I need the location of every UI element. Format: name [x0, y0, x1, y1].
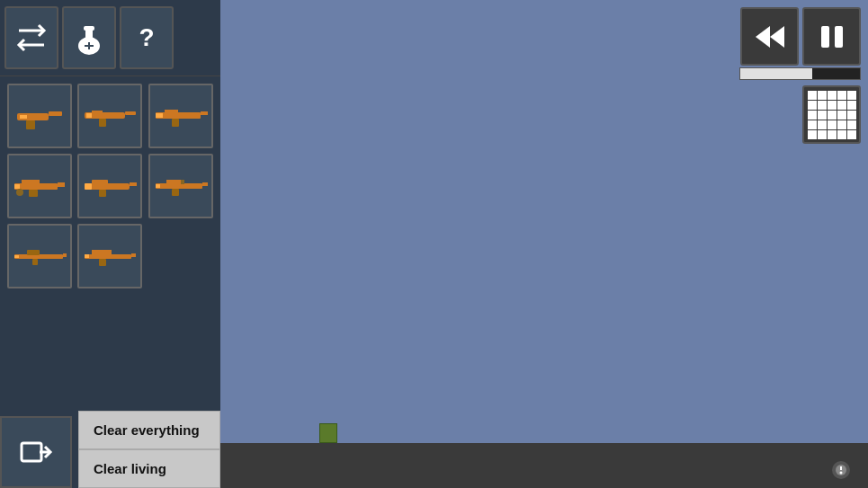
- pause-button[interactable]: [802, 7, 861, 66]
- svg-rect-23: [14, 184, 20, 189]
- svg-rect-1: [85, 30, 93, 39]
- svg-rect-41: [85, 254, 131, 259]
- swap-button[interactable]: [4, 6, 58, 69]
- weapon-slot-rifle2[interactable]: [148, 154, 213, 218]
- weapon-slot-lmg[interactable]: [7, 154, 72, 218]
- svg-rect-7: [26, 120, 35, 129]
- svg-rect-27: [85, 183, 92, 190]
- svg-rect-12: [92, 111, 103, 114]
- svg-rect-40: [14, 255, 19, 258]
- svg-point-50: [840, 472, 843, 475]
- exit-button[interactable]: [0, 416, 72, 488]
- svg-rect-38: [32, 259, 38, 265]
- svg-rect-31: [202, 182, 208, 186]
- help-button[interactable]: ?: [120, 6, 174, 69]
- svg-rect-26: [130, 182, 137, 186]
- player-character: [319, 423, 337, 443]
- svg-rect-29: [92, 180, 108, 184]
- weapon-slot-sniper[interactable]: [7, 224, 72, 288]
- grid-icon: [808, 91, 856, 139]
- weapon-slot-machine-gun[interactable]: [77, 224, 142, 288]
- svg-rect-13: [86, 113, 92, 118]
- weapon-slot-assault-rifle[interactable]: [148, 84, 213, 148]
- speed-bar[interactable]: [739, 67, 861, 80]
- svg-marker-51: [756, 26, 770, 48]
- svg-rect-35: [181, 180, 184, 184]
- weapon-slot-pistol[interactable]: [7, 84, 72, 148]
- bottom-right-object: [832, 461, 850, 479]
- svg-rect-10: [125, 111, 136, 115]
- svg-rect-44: [92, 250, 112, 254]
- svg-rect-37: [63, 253, 67, 257]
- svg-rect-42: [131, 253, 136, 257]
- top-right-controls: [733, 0, 868, 73]
- svg-rect-22: [29, 190, 38, 197]
- svg-rect-39: [27, 250, 40, 255]
- grid-toggle-button[interactable]: [802, 85, 861, 144]
- svg-marker-52: [770, 26, 784, 48]
- svg-rect-43: [99, 259, 106, 266]
- svg-rect-21: [22, 180, 40, 184]
- svg-rect-33: [166, 180, 181, 184]
- svg-rect-11: [99, 119, 106, 127]
- ground: [220, 443, 868, 488]
- rewind-button[interactable]: [740, 7, 799, 66]
- top-toolbar: ?: [0, 0, 220, 76]
- svg-rect-6: [49, 111, 62, 116]
- svg-rect-19: [14, 183, 58, 190]
- weapon-grid: [0, 76, 220, 296]
- svg-rect-20: [58, 182, 65, 187]
- svg-rect-18: [156, 113, 163, 118]
- svg-rect-2: [84, 26, 94, 31]
- clear-living-button[interactable]: Clear living: [78, 449, 220, 488]
- svg-rect-28: [99, 190, 106, 197]
- weapon-slot-smg[interactable]: [77, 84, 142, 148]
- weapon-slot-shotgun[interactable]: [77, 154, 142, 218]
- clear-everything-button[interactable]: Clear everything: [78, 411, 220, 449]
- svg-rect-8: [20, 115, 27, 119]
- bag-button[interactable]: [62, 6, 116, 69]
- svg-rect-15: [201, 111, 208, 115]
- speed-bar-fill: [740, 68, 812, 79]
- sidebar: ?: [0, 0, 220, 488]
- svg-rect-53: [821, 26, 829, 48]
- question-mark-icon: ?: [139, 23, 154, 52]
- svg-rect-45: [85, 254, 89, 258]
- svg-rect-54: [835, 26, 843, 48]
- svg-rect-16: [172, 119, 179, 127]
- svg-point-24: [16, 189, 23, 196]
- svg-rect-34: [156, 184, 160, 188]
- context-menu: Clear everything Clear living: [78, 411, 220, 488]
- svg-rect-32: [172, 189, 179, 196]
- svg-rect-17: [165, 110, 178, 113]
- svg-rect-46: [22, 443, 41, 461]
